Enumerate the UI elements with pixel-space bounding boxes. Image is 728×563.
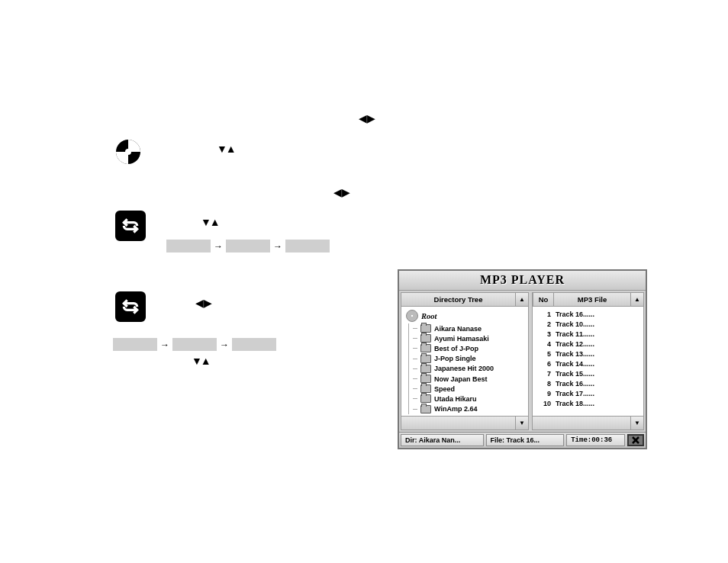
directory-tree-header: Directory Tree	[401, 293, 515, 306]
track-row[interactable]: 2Track 10......	[534, 319, 640, 329]
track-name: Track 18......	[556, 400, 640, 407]
arrow-right-icon: →	[220, 339, 229, 350]
tree-item-label: Best of J-Pop	[434, 345, 478, 352]
track-row[interactable]: 1Track 16......	[534, 309, 640, 319]
close-button[interactable]	[627, 434, 644, 446]
chip	[226, 240, 270, 253]
directory-tree-pane: Directory Tree ▲ Root Aikara NanaseAyumi…	[401, 292, 529, 430]
track-no: 6	[534, 360, 556, 368]
chip	[113, 338, 157, 351]
status-dir: Dir: Aikara Nan...	[401, 434, 484, 446]
tree-root-label: Root	[421, 312, 436, 320]
sequence-chips: → →	[113, 338, 276, 351]
track-name: Track 13......	[556, 350, 640, 358]
status-file: File: Track 16...	[486, 434, 565, 446]
track-list-pane: No MP3 File ▲ 1Track 16......2Track 10..…	[532, 292, 644, 430]
track-no: 5	[534, 350, 556, 358]
folder-icon	[420, 375, 431, 383]
track-name: Track 10......	[556, 320, 640, 328]
left-right-glyph: ◀ ▶	[195, 297, 211, 309]
cd-icon	[114, 138, 142, 166]
tree-item-label: Speed	[434, 385, 455, 393]
track-row[interactable]: 6Track 14......	[534, 359, 640, 368]
tree-item-label: Utada Hikaru	[434, 395, 477, 403]
status-bar: Dir: Aikara Nan... File: Track 16... Tim…	[399, 432, 646, 448]
repeat-one-icon	[115, 291, 146, 322]
chip	[285, 240, 330, 253]
track-no: 8	[534, 380, 556, 388]
track-name: Track 17......	[556, 390, 640, 397]
tree-item[interactable]: Ayumi Hamasaki	[414, 333, 527, 343]
tree-item[interactable]: Utada Hikaru	[414, 394, 527, 404]
track-no: 1	[534, 310, 556, 318]
status-time: Time:00:36	[566, 434, 625, 446]
cd-root-icon	[406, 310, 418, 322]
tree-item[interactable]: Aikara Nanase	[414, 323, 527, 333]
track-row[interactable]: 9Track 17......	[534, 388, 640, 398]
folder-icon	[420, 324, 431, 333]
folder-icon	[420, 334, 431, 343]
track-row[interactable]: 4Track 12......	[534, 339, 640, 349]
track-no: 10	[534, 400, 556, 407]
scroll-up-button[interactable]: ▲	[515, 293, 528, 306]
tree-root[interactable]: Root	[406, 310, 527, 322]
tree-item[interactable]: Japanese Hit 2000	[414, 364, 527, 374]
folder-icon	[420, 344, 431, 352]
arrow-right-icon: →	[273, 241, 282, 252]
track-no: 7	[534, 370, 556, 378]
track-name: Track 15......	[556, 370, 640, 378]
tree-item-label: Ayumi Hamasaki	[434, 335, 489, 343]
track-no: 4	[534, 340, 556, 348]
scroll-down-button[interactable]: ▼	[515, 417, 528, 429]
arrow-right-icon: →	[160, 339, 169, 350]
column-no-header: No	[533, 293, 554, 306]
chip	[232, 338, 276, 351]
track-row[interactable]: 7Track 15......	[534, 368, 640, 378]
tree-item-label: Now Japan Best	[434, 375, 488, 383]
sequence-chips: → →	[166, 240, 330, 253]
track-row[interactable]: 5Track 13......	[534, 349, 640, 359]
down-up-glyph: ▼▲	[217, 143, 235, 155]
tree-item-label: Japanese Hit 2000	[434, 365, 494, 372]
tree-item-label: WinAmp 2.64	[434, 405, 477, 413]
left-right-glyph: ◀ ▶	[359, 112, 374, 124]
track-name: Track 11......	[556, 330, 640, 338]
track-no: 3	[534, 330, 556, 338]
track-row[interactable]: 10Track 18......	[534, 398, 640, 408]
tree-item[interactable]: WinAmp 2.64	[414, 404, 527, 414]
track-no: 2	[534, 320, 556, 328]
scroll-down-button[interactable]: ▼	[630, 417, 643, 429]
down-up-glyph: ▼▲	[192, 355, 210, 367]
chip	[172, 338, 217, 351]
down-up-glyph: ▼▲	[201, 216, 219, 228]
track-list-body[interactable]: 1Track 16......2Track 10......3Track 11.…	[533, 307, 643, 416]
track-name: Track 16......	[556, 380, 640, 388]
tree-item[interactable]: Speed	[414, 384, 527, 394]
track-no: 9	[534, 390, 556, 397]
track-row[interactable]: 8Track 16......	[534, 378, 640, 388]
repeat-all-icon	[115, 211, 146, 241]
folder-icon	[420, 365, 431, 373]
track-name: Track 14......	[556, 360, 640, 368]
track-name: Track 12......	[556, 340, 640, 348]
tree-item[interactable]: Best of J-Pop	[414, 343, 527, 353]
track-row[interactable]: 3Track 11......	[534, 329, 640, 339]
tree-item-label: Aikara Nanase	[434, 325, 482, 333]
arrow-right-icon: →	[214, 241, 223, 252]
folder-icon	[420, 355, 431, 363]
tree-item-label: J-Pop Single	[434, 355, 476, 362]
track-name: Track 16......	[556, 310, 640, 318]
chip	[166, 240, 211, 253]
tree-item[interactable]: J-Pop Single	[414, 354, 527, 364]
folder-icon	[420, 384, 431, 393]
folder-icon	[420, 405, 431, 413]
mp3-player-window: MP3 PLAYER Directory Tree ▲ Root Aikara …	[398, 269, 647, 449]
scroll-up-button[interactable]: ▲	[630, 293, 643, 306]
left-right-glyph: ◀ ▶	[333, 186, 349, 198]
column-file-header: MP3 File	[554, 293, 630, 306]
folder-icon	[420, 394, 431, 403]
directory-tree-body[interactable]: Root Aikara NanaseAyumi HamasakiBest of …	[401, 307, 528, 416]
window-title: MP3 PLAYER	[399, 271, 646, 291]
tree-item[interactable]: Now Japan Best	[414, 374, 527, 384]
